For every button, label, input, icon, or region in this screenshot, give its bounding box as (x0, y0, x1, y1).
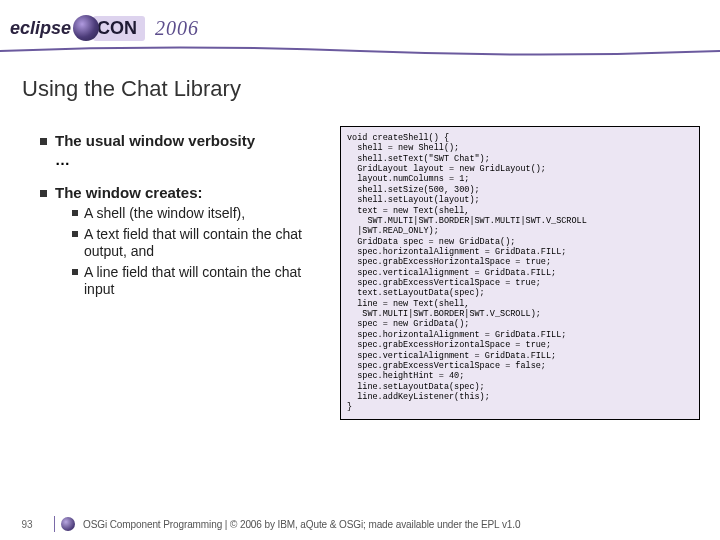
bullet-text: The usual window verbosity (55, 132, 255, 149)
bullet-square-icon (40, 190, 47, 197)
footer-orb-icon (61, 517, 75, 531)
slide-footer: 93 OSGi Component Programming | © 2006 b… (0, 516, 720, 532)
sub-bullet-list: A shell (the window itself), A text fiel… (72, 205, 326, 298)
bullet-continuation: … (55, 151, 326, 168)
bullet-text: The window creates: (55, 184, 203, 201)
logo-text-right: CON (93, 16, 145, 41)
sub-bullet-text: A shell (the window itself), (84, 205, 245, 222)
logo-text-left: eclipse (10, 18, 71, 39)
bullet-item: The usual window verbosity (40, 132, 326, 149)
bullet-column: The usual window verbosity … The window … (40, 126, 340, 420)
eclipse-logo: eclipse (10, 15, 95, 41)
bullet-square-icon (72, 231, 78, 237)
bullet-item: The window creates: (40, 184, 326, 201)
logo-year: 2006 (155, 17, 199, 40)
code-snippet: void createShell() { shell = new Shell()… (340, 126, 700, 420)
page-number: 93 (0, 519, 54, 530)
code-column: void createShell() { shell = new Shell()… (340, 126, 700, 420)
sub-bullet-item: A text field that will contain the chat … (72, 226, 326, 260)
header-swoosh-icon (0, 46, 720, 56)
sub-bullet-text: A line field that will contain the chat … (84, 264, 326, 298)
slide-title: Using the Chat Library (0, 56, 720, 108)
slide-content: The usual window verbosity … The window … (0, 108, 720, 420)
eclipse-orb-icon (73, 15, 99, 41)
bullet-square-icon (72, 269, 78, 275)
bullet-square-icon (40, 138, 47, 145)
sub-bullet-text: A text field that will contain the chat … (84, 226, 326, 260)
footer-copyright: OSGi Component Programming | © 2006 by I… (83, 519, 520, 530)
bullet-square-icon (72, 210, 78, 216)
sub-bullet-item: A line field that will contain the chat … (72, 264, 326, 298)
sub-bullet-item: A shell (the window itself), (72, 205, 326, 222)
footer-separator-icon (54, 516, 55, 532)
